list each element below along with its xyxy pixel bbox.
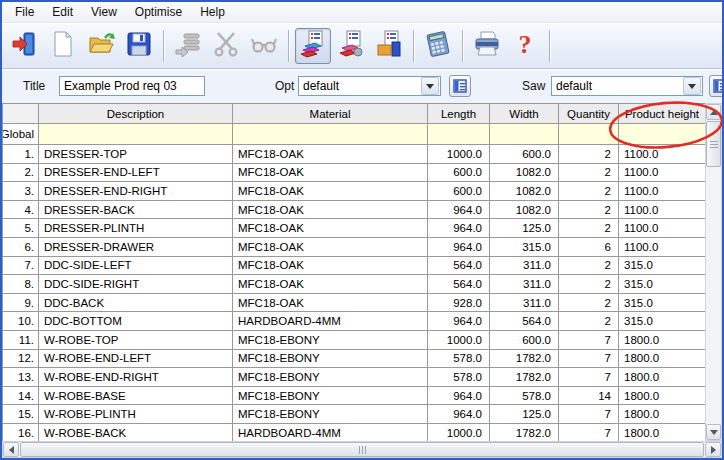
row-number[interactable]: 15. [3, 405, 39, 424]
save-button[interactable] [121, 28, 157, 64]
calculator-button[interactable] [420, 28, 456, 64]
global-cell-width[interactable] [490, 124, 559, 145]
cell-description[interactable]: W-ROBE-END-RIGHT [39, 368, 233, 387]
row-number[interactable]: 3. [3, 182, 39, 201]
row-number[interactable]: 5. [3, 219, 39, 238]
cell-width[interactable]: 600.0 [490, 145, 559, 164]
cell-length[interactable]: 578.0 [428, 350, 490, 369]
cell-quantity[interactable]: 6 [559, 238, 619, 257]
cell-width[interactable]: 1782.0 [490, 368, 559, 387]
cell-description[interactable]: DDC-SIDE-RIGHT [39, 275, 233, 294]
cell-description[interactable]: DDC-SIDE-LEFT [39, 257, 233, 276]
vertical-scroll-thumb[interactable] [706, 121, 721, 167]
cell-width[interactable]: 125.0 [490, 405, 559, 424]
saw-select[interactable]: default [551, 76, 703, 96]
cell-length[interactable]: 964.0 [428, 219, 490, 238]
row-number[interactable]: 9. [3, 294, 39, 313]
vertical-scrollbar[interactable] [705, 103, 722, 441]
cell-width[interactable]: 578.0 [490, 387, 559, 406]
cell-product-height[interactable]: 315.0 [619, 275, 705, 294]
horizontal-scrollbar[interactable] [2, 441, 722, 458]
row-number[interactable]: 14. [3, 387, 39, 406]
saw-edit-button[interactable] [709, 75, 724, 97]
optimise-review-button[interactable] [333, 28, 369, 64]
cell-product-height[interactable]: 1100.0 [619, 219, 705, 238]
cell-material[interactable]: MFC18-OAK [233, 219, 428, 238]
cell-width[interactable]: 600.0 [490, 331, 559, 350]
row-number[interactable]: 8. [3, 275, 39, 294]
cell-width[interactable]: 315.0 [490, 238, 559, 257]
cell-width[interactable]: 125.0 [490, 219, 559, 238]
help-button[interactable]: ? [507, 28, 543, 64]
cell-material[interactable]: MFC18-OAK [233, 275, 428, 294]
row-number[interactable]: 12. [3, 350, 39, 369]
cell-width[interactable]: 1082.0 [490, 201, 559, 220]
opt-edit-button[interactable] [449, 75, 471, 97]
cell-length[interactable]: 600.0 [428, 164, 490, 183]
cell-product-height[interactable]: 1800.0 [619, 424, 705, 441]
row-number[interactable]: 13. [3, 368, 39, 387]
row-number[interactable]: 2. [3, 164, 39, 183]
menu-item-edit[interactable]: Edit [43, 3, 82, 21]
menu-item-optimise[interactable]: Optimise [126, 3, 191, 21]
cell-material[interactable]: MFC18-OAK [233, 164, 428, 183]
cell-quantity[interactable]: 2 [559, 294, 619, 313]
cell-description[interactable]: DRESSER-TOP [39, 145, 233, 164]
cell-length[interactable]: 964.0 [428, 405, 490, 424]
cell-quantity[interactable]: 2 [559, 201, 619, 220]
cell-quantity[interactable]: 2 [559, 219, 619, 238]
cell-product-height[interactable]: 1100.0 [619, 182, 705, 201]
cell-length[interactable]: 964.0 [428, 387, 490, 406]
cell-quantity[interactable]: 2 [559, 145, 619, 164]
cell-material[interactable]: MFC18-EBONY [233, 350, 428, 369]
cell-quantity[interactable]: 7 [559, 405, 619, 424]
stock-boards-button[interactable] [371, 28, 407, 64]
cell-length[interactable]: 964.0 [428, 312, 490, 331]
cell-quantity[interactable]: 2 [559, 164, 619, 183]
cell-description[interactable]: W-ROBE-TOP [39, 331, 233, 350]
cell-quantity[interactable]: 7 [559, 350, 619, 369]
cell-quantity[interactable]: 7 [559, 424, 619, 441]
cell-product-height[interactable]: 1800.0 [619, 405, 705, 424]
vertical-scroll-track[interactable] [706, 167, 721, 424]
cell-product-height[interactable]: 1800.0 [619, 350, 705, 369]
cell-width[interactable]: 1082.0 [490, 164, 559, 183]
cell-description[interactable]: W-ROBE-PLINTH [39, 405, 233, 424]
cell-width[interactable]: 1782.0 [490, 350, 559, 369]
cell-width[interactable]: 1082.0 [490, 182, 559, 201]
scroll-left-button[interactable] [3, 442, 19, 457]
cell-length[interactable]: 564.0 [428, 275, 490, 294]
cell-length[interactable]: 564.0 [428, 257, 490, 276]
cell-description[interactable]: DRESSER-BACK [39, 201, 233, 220]
cell-description[interactable]: DRESSER-END-LEFT [39, 164, 233, 183]
cell-length[interactable]: 578.0 [428, 368, 490, 387]
cell-quantity[interactable]: 2 [559, 275, 619, 294]
cut-button[interactable] [208, 28, 244, 64]
cell-width[interactable]: 1782.0 [490, 424, 559, 441]
cell-material[interactable]: MFC18-OAK [233, 294, 428, 313]
cell-quantity[interactable]: 2 [559, 312, 619, 331]
cell-description[interactable]: DDC-BOTTOM [39, 312, 233, 331]
chevron-down-icon[interactable] [683, 77, 701, 95]
exit-button[interactable] [7, 28, 43, 64]
cell-length[interactable]: 928.0 [428, 294, 490, 313]
cell-material[interactable]: MFC18-OAK [233, 145, 428, 164]
cell-material[interactable]: HARDBOARD-4MM [233, 424, 428, 441]
cell-material[interactable]: MFC18-EBONY [233, 405, 428, 424]
cell-product-height[interactable]: 1800.0 [619, 387, 705, 406]
cell-product-height[interactable]: 315.0 [619, 312, 705, 331]
cell-quantity[interactable]: 7 [559, 368, 619, 387]
cell-quantity[interactable]: 2 [559, 257, 619, 276]
menu-item-help[interactable]: Help [191, 3, 234, 21]
print-button[interactable] [469, 28, 505, 64]
cell-material[interactable]: MFC18-OAK [233, 238, 428, 257]
cell-description[interactable]: DRESSER-DRAWER [39, 238, 233, 257]
chevron-down-icon[interactable] [421, 77, 439, 95]
cell-product-height[interactable]: 315.0 [619, 257, 705, 276]
cell-width[interactable]: 311.0 [490, 257, 559, 276]
cell-length[interactable]: 600.0 [428, 182, 490, 201]
cell-width[interactable]: 564.0 [490, 312, 559, 331]
insert-rows-button[interactable] [170, 28, 206, 64]
cell-product-height[interactable]: 1100.0 [619, 164, 705, 183]
cell-length[interactable]: 1000.0 [428, 331, 490, 350]
